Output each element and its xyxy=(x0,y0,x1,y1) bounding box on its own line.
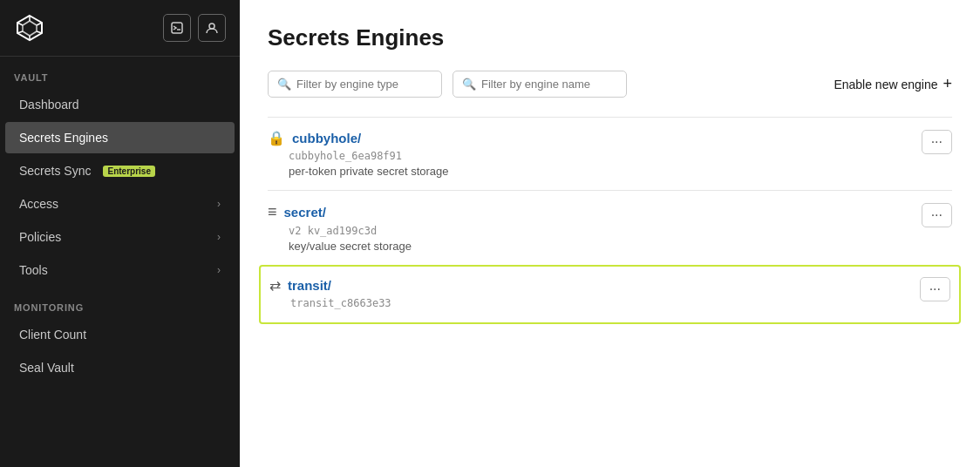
sidebar-item-label-client-count: Client Count xyxy=(19,328,86,342)
engine-title-cubbyhole: 🔒 cubbyhole/ xyxy=(268,130,449,146)
sidebar-item-dashboard[interactable]: Dashboard xyxy=(5,89,235,120)
engine-link-cubbyhole[interactable]: cubbyhole/ xyxy=(292,131,361,146)
engine-meta-secret: v2 kv_ad199c3d xyxy=(289,225,412,237)
sidebar: Vault Dashboard Secrets Engines Secrets … xyxy=(0,0,240,467)
sidebar-header xyxy=(0,0,240,57)
sidebar-item-label-policies: Policies xyxy=(19,230,61,244)
access-chevron-icon: › xyxy=(217,198,221,210)
engine-item-cubbyhole: 🔒 cubbyhole/ cubbyhole_6ea98f91 per-toke… xyxy=(268,117,952,190)
engine-menu-button-cubbyhole[interactable]: ··· xyxy=(922,130,952,154)
sidebar-item-secrets-sync[interactable]: Secrets Sync Enterprise xyxy=(5,155,235,186)
list-icon: ≡ xyxy=(268,203,277,221)
terminal-icon-button[interactable] xyxy=(163,14,191,42)
policies-chevron-icon: › xyxy=(217,231,221,243)
filter-type-container: 🔍 xyxy=(268,71,442,98)
enable-engine-plus-icon: + xyxy=(943,75,952,93)
enterprise-badge: Enterprise xyxy=(103,166,154,177)
sidebar-item-policies[interactable]: Policies › xyxy=(5,221,235,253)
engine-link-secret[interactable]: secret/ xyxy=(284,205,326,220)
monitoring-section-label: Monitoring xyxy=(0,287,240,318)
sidebar-item-tools[interactable]: Tools › xyxy=(5,254,235,286)
sidebar-item-client-count[interactable]: Client Count xyxy=(5,319,235,350)
engine-item-secret: ≡ secret/ v2 kv_ad199c3d key/value secre… xyxy=(268,190,952,265)
filter-type-input[interactable] xyxy=(296,78,432,91)
engine-meta-cubbyhole: cubbyhole_6ea98f91 xyxy=(289,150,449,162)
engine-menu-button-transit[interactable]: ··· xyxy=(920,277,950,301)
sidebar-item-seal-vault[interactable]: Seal Vault xyxy=(5,352,235,383)
vault-logo xyxy=(14,12,45,44)
sidebar-item-label-access: Access xyxy=(19,197,58,211)
engine-link-transit[interactable]: transit/ xyxy=(288,278,331,293)
sidebar-item-secrets-engines[interactable]: Secrets Engines xyxy=(5,122,235,153)
svg-marker-1 xyxy=(23,21,37,36)
filter-name-input[interactable] xyxy=(481,78,617,91)
sidebar-header-icons xyxy=(163,14,226,42)
vault-section-label: Vault xyxy=(0,57,240,88)
filter-type-search-icon: 🔍 xyxy=(277,78,291,91)
sidebar-item-label-seal-vault: Seal Vault xyxy=(19,361,74,375)
engine-title-secret: ≡ secret/ xyxy=(268,203,412,221)
enable-engine-button[interactable]: Enable new engine + xyxy=(834,69,952,99)
sidebar-item-label-secrets-sync: Secrets Sync xyxy=(19,164,91,178)
sidebar-item-label-secrets-engines: Secrets Engines xyxy=(19,131,108,145)
lock-icon: 🔒 xyxy=(268,130,285,146)
user-icon-button[interactable] xyxy=(198,14,226,42)
sidebar-item-label-tools: Tools xyxy=(19,263,48,277)
engine-list: 🔒 cubbyhole/ cubbyhole_6ea98f91 per-toke… xyxy=(268,117,952,324)
engine-meta-transit: transit_c8663e33 xyxy=(290,297,391,309)
sidebar-item-label-dashboard: Dashboard xyxy=(19,98,79,112)
main-content: Secrets Engines 🔍 🔍 Enable new engine + … xyxy=(240,0,980,467)
engine-item-transit: ⇄ transit/ transit_c8663e33 ··· xyxy=(259,265,961,324)
sidebar-item-access[interactable]: Access › xyxy=(5,188,235,220)
engine-desc-secret: key/value secret storage xyxy=(289,240,412,253)
engine-info-secret: ≡ secret/ v2 kv_ad199c3d key/value secre… xyxy=(268,203,412,253)
filter-bar: 🔍 🔍 Enable new engine + xyxy=(268,69,952,99)
engine-desc-cubbyhole: per-token private secret storage xyxy=(289,165,449,178)
page-title: Secrets Engines xyxy=(268,24,952,51)
engine-menu-button-secret[interactable]: ··· xyxy=(922,203,952,227)
arrows-icon: ⇄ xyxy=(269,277,281,294)
tools-chevron-icon: › xyxy=(217,264,221,276)
filter-name-container: 🔍 xyxy=(453,71,627,98)
engine-info-cubbyhole: 🔒 cubbyhole/ cubbyhole_6ea98f91 per-toke… xyxy=(268,130,449,178)
svg-point-10 xyxy=(209,24,214,29)
engine-title-transit: ⇄ transit/ xyxy=(269,277,391,294)
enable-engine-label: Enable new engine xyxy=(834,78,937,91)
filter-name-search-icon: 🔍 xyxy=(462,78,476,91)
engine-info-transit: ⇄ transit/ transit_c8663e33 xyxy=(269,277,391,312)
